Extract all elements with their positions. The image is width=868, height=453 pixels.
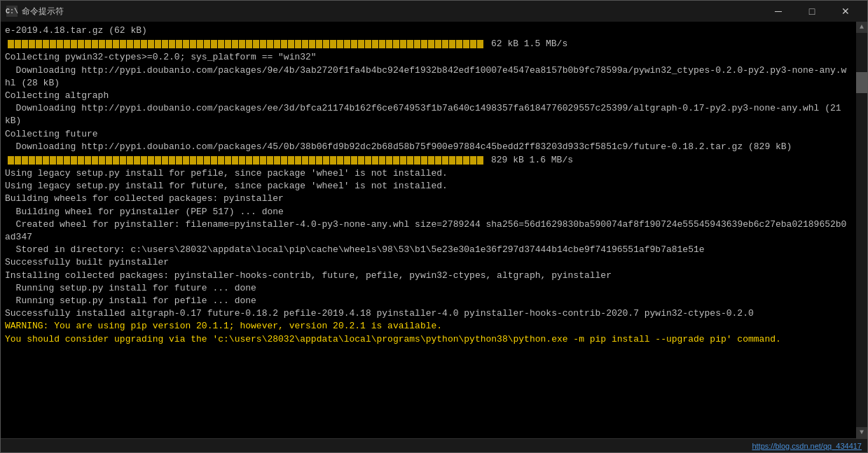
progress-segment-filled: [57, 156, 63, 165]
progress-segment-filled: [260, 40, 266, 48]
progress-segment-filled: [309, 40, 315, 48]
progress-segment-filled: [92, 156, 98, 165]
progress-segment-filled: [113, 40, 119, 48]
progress-segment-filled: [365, 40, 371, 48]
progress-segment-filled: [344, 156, 350, 165]
progress-segment-filled: [337, 40, 343, 48]
progress-segments: [8, 156, 484, 165]
download-speed: 829 kB 1.6 MB/s: [491, 154, 573, 167]
progress-segment-filled: [400, 156, 406, 165]
progress-segment-filled: [155, 156, 161, 165]
progress-segment-filled: [176, 40, 182, 48]
terminal-line: Collecting pywin32-ctypes>=0.2.0; sys_pl…: [5, 51, 850, 64]
terminal-line: Using legacy setup.py install for future…: [5, 180, 850, 193]
progress-segment-filled: [267, 156, 273, 165]
progress-segment-filled: [232, 40, 238, 48]
progress-segment-filled: [428, 40, 434, 48]
scrollbar[interactable]: ▲ ▼: [856, 22, 867, 438]
progress-segment-filled: [127, 156, 133, 165]
progress-segment-filled: [22, 40, 28, 48]
scroll-down-button[interactable]: ▼: [856, 427, 867, 438]
progress-segment-filled: [456, 40, 462, 48]
progress-segment-filled: [50, 156, 56, 165]
progress-segment-filled: [393, 40, 399, 48]
progress-segment-filled: [134, 156, 140, 165]
progress-segment-filled: [330, 40, 336, 48]
window-title: 命令提示符: [22, 6, 64, 18]
progress-segment-filled: [43, 40, 49, 48]
progress-bar-line: 829 kB 1.6 MB/s: [5, 154, 850, 167]
progress-segment-filled: [316, 156, 322, 165]
progress-segment-filled: [232, 156, 238, 165]
progress-segment-filled: [379, 40, 385, 48]
progress-segment-filled: [64, 40, 70, 48]
progress-segment-filled: [428, 156, 434, 165]
terminal-line: Successfully built pyinstaller: [5, 256, 850, 269]
progress-segment-filled: [421, 40, 427, 48]
progress-segment-filled: [190, 40, 196, 48]
title-bar-left: C:\ 命令提示符: [6, 6, 64, 18]
progress-segment-filled: [344, 40, 350, 48]
progress-segment-filled: [358, 156, 364, 165]
scroll-track[interactable]: [856, 33, 867, 427]
progress-segment-filled: [309, 156, 315, 165]
progress-segment-filled: [274, 40, 280, 48]
progress-segment-filled: [449, 40, 455, 48]
progress-segment-filled: [29, 40, 35, 48]
progress-segment-filled: [106, 40, 112, 48]
close-button[interactable]: ✕: [829, 1, 862, 22]
progress-segment-filled: [141, 156, 147, 165]
progress-segment-filled: [211, 156, 217, 165]
scroll-up-button[interactable]: ▲: [856, 22, 867, 33]
progress-segment-filled: [43, 156, 49, 165]
progress-segment-filled: [281, 40, 287, 48]
terminal-line: Successfully installed altgraph-0.17 fut…: [5, 307, 850, 320]
progress-segment-filled: [372, 156, 378, 165]
progress-segment-filled: [477, 156, 483, 165]
download-speed: 62 kB 1.5 MB/s: [491, 38, 567, 50]
progress-segment-filled: [218, 156, 224, 165]
progress-segment-filled: [386, 40, 392, 48]
progress-segment-filled: [253, 40, 259, 48]
progress-segment-filled: [456, 156, 462, 165]
minimize-button[interactable]: ─: [762, 1, 794, 22]
progress-segment-filled: [246, 40, 252, 48]
terminal-content: e-2019.4.18.tar.gz (62 kB)62 kB 1.5 MB/s…: [5, 25, 863, 346]
progress-segment-filled: [386, 156, 392, 165]
progress-segment-filled: [29, 156, 35, 165]
progress-segment-filled: [211, 40, 217, 48]
progress-segment-filled: [400, 40, 406, 48]
progress-segment-filled: [260, 156, 266, 165]
status-link[interactable]: https://blog.csdn.net/qq_434417: [752, 442, 862, 450]
progress-segment-filled: [78, 40, 84, 48]
terminal-line: Building wheel for pyinstaller (PEP 517)…: [5, 206, 850, 218]
terminal-line: Running setup.py install for pefile ... …: [5, 295, 850, 307]
progress-segment-filled: [351, 156, 357, 165]
progress-segment-filled: [239, 156, 245, 165]
progress-segment-filled: [267, 40, 273, 48]
terminal-line: Running setup.py install for future ... …: [5, 282, 850, 295]
progress-segment-filled: [407, 40, 413, 48]
progress-segment-filled: [71, 40, 77, 48]
progress-segment-filled: [134, 40, 140, 48]
progress-segment-filled: [302, 156, 308, 165]
progress-segment-filled: [323, 156, 329, 165]
progress-segment-filled: [288, 156, 294, 165]
progress-segment-filled: [190, 156, 196, 165]
progress-segment-filled: [85, 156, 91, 165]
maximize-button[interactable]: □: [796, 1, 828, 22]
progress-segment-filled: [99, 156, 105, 165]
progress-segment-filled: [50, 40, 56, 48]
progress-segment-filled: [148, 156, 154, 165]
progress-segment-filled: [379, 156, 385, 165]
cmd-window: C:\ 命令提示符 ─ □ ✕ e-2019.4.18.tar.gz (62 k…: [0, 0, 868, 453]
terminal-line: Building wheels for collected packages: …: [5, 193, 850, 205]
progress-segment-filled: [372, 40, 378, 48]
scroll-thumb[interactable]: [856, 72, 867, 93]
progress-segment-filled: [435, 156, 441, 165]
window-icon: C:\: [6, 6, 18, 17]
progress-segment-filled: [183, 156, 189, 165]
progress-segment-filled: [127, 40, 133, 48]
progress-segment-filled: [155, 40, 161, 48]
progress-segment-filled: [351, 40, 357, 48]
